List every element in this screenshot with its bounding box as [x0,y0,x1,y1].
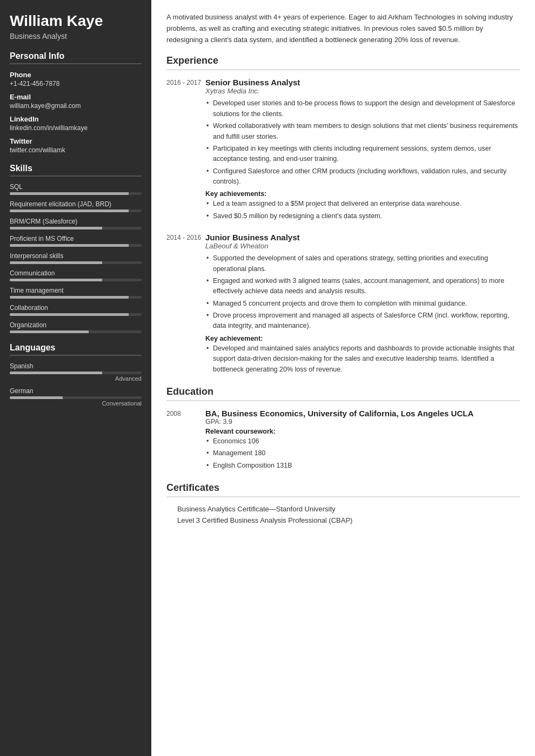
skill-name: Proficient in MS Office [10,235,142,242]
skill-name: Collaboration [10,304,142,312]
sidebar: William Kaye Business Analyst Personal I… [0,0,151,756]
personal-info-section-title: Personal Info [10,51,142,64]
experience-date: 2016 - 2017 [166,78,205,223]
skill-item: SQL [10,183,142,195]
language-item: SpanishAdvanced [10,362,142,382]
list-item: Saved $0.5 million by redesigning a clie… [205,211,520,221]
list-item: Led a team assigned to a $5M project tha… [205,199,520,209]
education-section-title: Education [166,386,520,401]
company-name: Xytras Media Inc. [205,87,520,95]
summary: A motivated business analyst with 4+ yea… [166,12,520,45]
list-item: Drove process improvement and managed al… [205,310,520,332]
job-title: Senior Business Analyst [205,78,520,87]
skill-item: Requirement elicitation (JAD, BRD) [10,200,142,212]
twitter-label: Twitter [10,137,142,145]
skill-bar [10,244,142,247]
job-bullets: Developed user stories and to-be process… [205,98,520,187]
list-item: Developed user stories and to-be process… [205,98,520,119]
experience-date: 2014 - 2016 [166,233,205,376]
skill-name: BRM/CRM (Salesforce) [10,218,142,225]
twitter-value: twitter.com/williamk [10,146,142,154]
language-bar [10,372,142,374]
list-item: English Composition 131B [205,461,520,471]
skill-item: Time management [10,287,142,299]
certificate-item: Level 3 Certified Business Analysis Prof… [166,516,520,524]
linkedin-value: linkedin.com/in/williamkaye [10,124,142,132]
certificates-section-title: Certificates [166,482,520,497]
language-level: Conversational [10,400,142,407]
skill-item: Collaboration [10,304,142,316]
job-bullets: Supported the development of sales and o… [205,253,520,332]
language-level: Advanced [10,375,142,382]
skill-bar [10,227,142,230]
skill-bar [10,296,142,299]
certificates-list: Business Analytics Certificate—Stanford … [166,505,520,524]
candidate-title: Business Analyst [10,32,142,40]
skills-list: SQLRequirement elicitation (JAD, BRD)BRM… [10,183,142,333]
skill-item: BRM/CRM (Salesforce) [10,218,142,230]
skill-item: Proficient in MS Office [10,235,142,247]
skill-name: Requirement elicitation (JAD, BRD) [10,200,142,208]
language-item: GermanConversational [10,387,142,407]
skill-bar [10,192,142,195]
skill-bar [10,210,142,212]
coursework-label: Relevant coursework: [205,428,520,435]
languages-section-title: Languages [10,343,142,356]
coursework-list: Economics 106Management 180English Compo… [205,436,520,471]
skill-name: Time management [10,287,142,294]
list-item: Configured Salesforce and other CRM prod… [205,166,520,187]
job-title: Junior Business Analyst [205,233,520,242]
language-name: Spanish [10,362,142,370]
list-item: Managed 5 concurrent projects and drove … [205,299,520,309]
language-bar [10,396,142,399]
experience-list: 2016 - 2017Senior Business AnalystXytras… [166,78,520,376]
list-item: Management 180 [205,448,520,458]
achievement-bullets: Developed and maintained sales analytics… [205,343,520,375]
skill-name: SQL [10,183,142,191]
language-name: German [10,387,142,395]
skill-bar [10,279,142,281]
certificate-item: Business Analytics Certificate—Stanford … [166,505,520,513]
achievements-label: Key achievement: [205,335,520,342]
list-item: Participated in key meetings with client… [205,144,520,165]
phone-label: Phone [10,71,142,79]
email-value: william.kaye@gmail.com [10,102,142,110]
experience-section-title: Experience [166,55,520,70]
skill-bar [10,330,142,333]
skills-section-title: Skills [10,164,142,177]
list-item: Worked collaboratively with team members… [205,121,520,142]
achievements-label: Key achievements: [205,190,520,198]
skill-item: Communication [10,269,142,281]
achievement-bullets: Led a team assigned to a $5M project tha… [205,199,520,221]
email-label: E-mail [10,93,142,101]
linkedin-label: LinkedIn [10,115,142,123]
education-date: 2008 [166,409,205,473]
education-entry: 2008BA, Business Economics, University o… [166,409,520,473]
list-item: Economics 106 [205,436,520,447]
skill-item: Organization [10,321,142,333]
languages-list: SpanishAdvancedGermanConversational [10,362,142,407]
phone-value: +1-421-456-7878 [10,80,142,87]
list-item: Supported the development of sales and o… [205,253,520,274]
skill-item: Interpersonal skills [10,252,142,264]
list-item: Developed and maintained sales analytics… [205,343,520,375]
skill-name: Organization [10,321,142,329]
experience-entry: 2014 - 2016Junior Business AnalystLaBeou… [166,233,520,376]
skill-name: Interpersonal skills [10,252,142,260]
main-content: A motivated business analyst with 4+ yea… [151,0,535,756]
list-item: Engaged and worked with 3 aligned teams … [205,276,520,297]
skill-bar [10,313,142,316]
gpa: GPA: 3.9 [205,418,520,426]
degree-title: BA, Business Economics, University of Ca… [205,409,520,418]
experience-entry: 2016 - 2017Senior Business AnalystXytras… [166,78,520,223]
skill-bar [10,261,142,264]
candidate-name: William Kaye [10,13,142,30]
company-name: LaBeouf & Wheaton [205,242,520,250]
education-list: 2008BA, Business Economics, University o… [166,409,520,473]
skill-name: Communication [10,269,142,277]
